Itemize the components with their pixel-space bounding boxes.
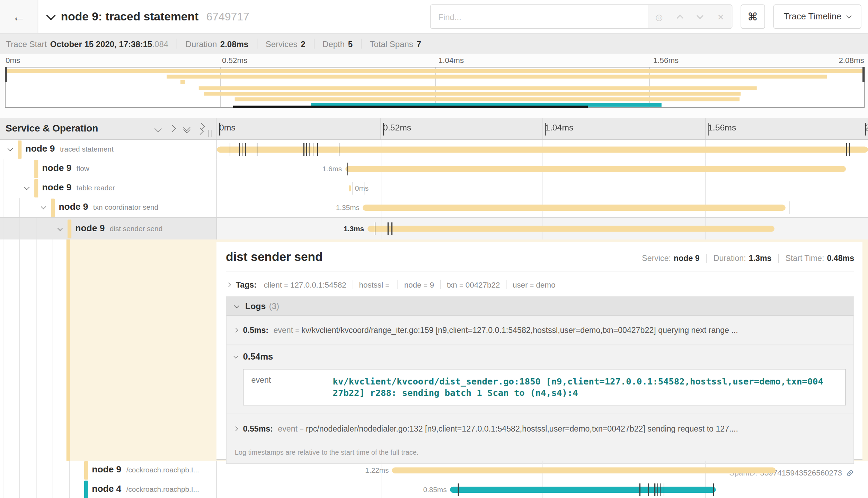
collapse-trace-chevron-icon[interactable] [46, 10, 55, 20]
next-match-icon[interactable] [696, 12, 703, 19]
expand-one-icon[interactable] [170, 126, 175, 131]
span-collapse-chevron-icon[interactable] [57, 225, 63, 231]
minimap-canvas[interactable] [5, 67, 865, 108]
minimap-span-bar [6, 69, 864, 73]
log-marker-tick[interactable] [458, 483, 459, 496]
span-collapse-chevron-icon[interactable] [8, 146, 13, 151]
log-marker-tick[interactable] [660, 483, 661, 496]
span-row[interactable]: node 4/cockroach.roachpb.I...0.85ms [0, 480, 868, 498]
ruler-tick-1: 0.52ms [383, 123, 384, 136]
log-marker-tick[interactable] [388, 222, 388, 235]
tags-row[interactable]: Tags: client=127.0.0.1:54582hostssl=node… [226, 272, 854, 296]
minimap-right-scrubber[interactable] [862, 67, 865, 82]
tag-client: client=127.0.0.1:54582 [264, 280, 346, 289]
minimap-span-bar [204, 92, 741, 96]
span-color-bar [34, 160, 38, 178]
log-marker-tick[interactable] [230, 143, 230, 156]
operation-name: traced statement [60, 145, 114, 153]
log-marker-tick[interactable] [849, 143, 850, 156]
span-duration-label: 1.6ms [322, 165, 342, 173]
log-marker-tick[interactable] [639, 483, 640, 496]
minimap-tick-3: 1.56ms [653, 56, 679, 65]
log-marker-tick[interactable] [242, 143, 242, 156]
log-marker-tick[interactable] [309, 143, 310, 156]
operation-name: /cockroach.roachpb.I... [126, 485, 199, 494]
span-row[interactable]: node 9flow1.6ms [0, 159, 868, 179]
tag-txn: txn=00427b22 [447, 280, 500, 289]
log-entry-expanded: 0.54mseventkv/kvclient/kvcoord/dist_send… [227, 345, 854, 414]
minimap-tick-labels: 0ms 0.52ms 1.04ms 1.56ms 2.08ms [0, 56, 868, 67]
logs-count: (3) [269, 301, 279, 311]
log-marker-tick[interactable] [317, 143, 318, 156]
span-collapse-chevron-icon[interactable] [24, 184, 30, 190]
collapse-all-icon[interactable] [184, 125, 189, 132]
logs-header[interactable]: Logs (3) [227, 297, 854, 316]
separator [314, 39, 315, 49]
log-marker-tick[interactable] [313, 143, 313, 156]
span-duration-bar[interactable] [363, 205, 786, 211]
span-row[interactable]: node 9traced statement [0, 140, 868, 159]
separator [361, 39, 362, 49]
ruler-tick-2: 1.04ms [545, 123, 546, 136]
log-marker-tick[interactable] [846, 143, 847, 156]
find-input[interactable] [431, 5, 647, 28]
log-marker-tick[interactable] [363, 182, 364, 195]
log-entry[interactable]: 0.5ms:event=kv/kvclient/kvcoord/range_it… [227, 316, 854, 345]
trace-id: 6749717 [206, 10, 249, 23]
log-marker-tick[interactable] [391, 222, 392, 235]
span-duration-bar[interactable] [392, 467, 776, 473]
log-marker-tick[interactable] [306, 143, 307, 156]
log-marker-tick[interactable] [657, 483, 658, 496]
locate-icon[interactable]: ◎ [655, 12, 663, 21]
minimap-span-bar [181, 80, 185, 84]
span-collapse-chevron-icon[interactable] [41, 204, 46, 209]
span-row[interactable]: node 9txn coordinator send1.35ms [0, 198, 868, 217]
separator [352, 280, 353, 289]
minimap-left-scrubber[interactable] [5, 67, 7, 82]
span-detail-left-column [0, 239, 216, 461]
log-marker-tick[interactable] [713, 483, 714, 496]
service-name: node 9/cockroach.roachpb.I... [92, 464, 199, 474]
service-operation-title: Service & Operation [6, 123, 98, 135]
collapse-one-icon[interactable] [156, 126, 160, 131]
span-row[interactable]: node 9dist sender send1.3ms [0, 217, 868, 239]
logs-collapse-chevron-icon [234, 302, 239, 308]
log-marker-tick[interactable] [648, 483, 649, 496]
span-row[interactable]: node 9/cockroach.roachpb.I...1.22ms [0, 461, 868, 480]
minimap-span-bar [167, 75, 827, 79]
indent-guide [19, 218, 20, 239]
span-color-bar [84, 461, 88, 480]
column-resizer-handle[interactable] [208, 130, 212, 137]
view-selector-dropdown[interactable]: Trace Timeline [773, 4, 861, 29]
expand-all-icon[interactable] [199, 124, 204, 134]
span-duration-bar[interactable] [367, 226, 774, 232]
indent-guide [19, 198, 20, 217]
span-duration-bar[interactable] [450, 487, 716, 493]
indent-guide [53, 461, 53, 480]
log-marker-tick[interactable] [374, 222, 375, 235]
log-marker-tick[interactable] [239, 143, 240, 156]
minimap-viewport-bar[interactable] [233, 106, 588, 108]
log-marker-tick[interactable] [347, 163, 347, 175]
log-marker-tick[interactable] [352, 182, 353, 195]
log-marker-tick[interactable] [339, 143, 339, 156]
log-marker-tick[interactable] [245, 143, 246, 156]
back-button[interactable]: ← [0, 0, 38, 33]
span-row[interactable]: node 9table reader0ms [0, 179, 868, 198]
span-duration-bar[interactable] [217, 147, 868, 153]
prev-match-icon[interactable] [676, 14, 683, 21]
operation-name: /cockroach.roachpb.I... [126, 466, 199, 474]
log-marker-tick[interactable] [257, 143, 257, 156]
tags-label: Tags: [236, 280, 257, 289]
keyboard-shortcuts-button[interactable]: ⌘ [741, 4, 765, 29]
log-marker-tick[interactable] [664, 483, 664, 496]
span-duration-bar[interactable] [348, 185, 351, 191]
log-marker-tick[interactable] [789, 201, 789, 214]
log-marker-tick[interactable] [655, 483, 655, 496]
span-duration-bar[interactable] [345, 166, 846, 172]
log-entry-header[interactable]: 0.54ms [234, 352, 846, 362]
log-expand-chevron-icon [233, 426, 238, 431]
log-entry[interactable]: 0.55ms:event=rpc/nodedialer/nodedialer.g… [227, 414, 854, 443]
log-marker-tick[interactable] [303, 143, 304, 156]
clear-search-icon[interactable]: ✕ [717, 12, 724, 21]
